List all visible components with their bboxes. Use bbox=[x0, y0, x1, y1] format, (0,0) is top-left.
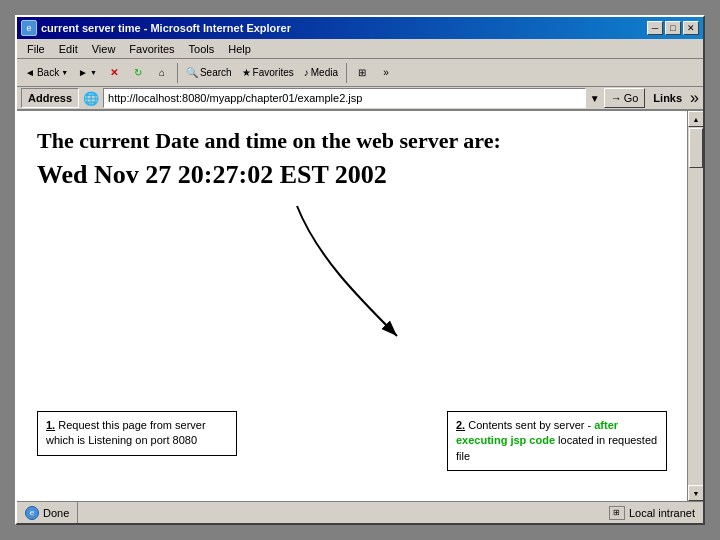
toolbar: ◄ Back ▼ ► ▼ ✕ ↻ ⌂ 🔍 Search ★ Favorites … bbox=[17, 59, 703, 87]
more-button[interactable]: » bbox=[375, 62, 397, 84]
title-buttons: ─ □ ✕ bbox=[647, 21, 699, 35]
scroll-up-button[interactable]: ▲ bbox=[688, 111, 703, 127]
menu-edit[interactable]: Edit bbox=[53, 41, 84, 57]
annotation-1-number: 1. bbox=[46, 419, 55, 431]
toolbar-separator-2 bbox=[346, 63, 347, 83]
arrow-annotation bbox=[237, 191, 437, 351]
links-more-icon: » bbox=[690, 89, 699, 107]
page-heading: The current Date and time on the web ser… bbox=[37, 127, 667, 156]
address-bar: Address 🌐 ▼ → Go Links » bbox=[17, 87, 703, 111]
annotation-1-text: Request this page from server which is L… bbox=[46, 419, 206, 446]
forward-icon: ► bbox=[78, 67, 88, 78]
favorites-button[interactable]: ★ Favorites bbox=[238, 62, 298, 84]
favorites-icon: ★ bbox=[242, 67, 251, 78]
addr-dropdown-icon[interactable]: ▼ bbox=[590, 93, 600, 104]
title-bar: e current server time - Microsoft Intern… bbox=[17, 17, 703, 39]
menu-file[interactable]: File bbox=[21, 41, 51, 57]
back-dropdown-icon: ▼ bbox=[61, 69, 68, 76]
menu-help[interactable]: Help bbox=[222, 41, 257, 57]
home-button[interactable]: ⌂ bbox=[151, 62, 173, 84]
status-browser-icon: e bbox=[25, 506, 39, 520]
page-date: Wed Nov 27 20:27:02 EST 2002 bbox=[37, 160, 667, 190]
more-icon: » bbox=[383, 67, 389, 78]
menu-bar: File Edit View Favorites Tools Help bbox=[17, 39, 703, 59]
menu-tools[interactable]: Tools bbox=[183, 41, 221, 57]
annotation-box-2: 2. Contents sent by server - after execu… bbox=[447, 411, 667, 471]
back-button[interactable]: ◄ Back ▼ bbox=[21, 62, 72, 84]
stop-icon: ✕ bbox=[110, 67, 118, 78]
status-zone-section: ⊞ Local intranet bbox=[601, 502, 703, 523]
search-icon: 🔍 bbox=[186, 67, 198, 78]
status-zone-label: Local intranet bbox=[629, 507, 695, 519]
media-icon: ♪ bbox=[304, 67, 309, 78]
close-button[interactable]: ✕ bbox=[683, 21, 699, 35]
favorites-label: Favorites bbox=[253, 67, 294, 78]
browser-icon: e bbox=[21, 20, 37, 36]
media-button[interactable]: ♪ Media bbox=[300, 62, 342, 84]
status-done-section: e Done bbox=[17, 502, 78, 523]
links-label: Links bbox=[649, 92, 686, 104]
window-title: current server time - Microsoft Internet… bbox=[41, 22, 291, 34]
refresh-icon: ↻ bbox=[134, 67, 142, 78]
media-label: Media bbox=[311, 67, 338, 78]
history-icon: ⊞ bbox=[358, 67, 366, 78]
address-input[interactable] bbox=[103, 88, 586, 108]
scrollbar-vertical[interactable]: ▲ ▼ bbox=[687, 111, 703, 501]
page-icon-small: 🌐 bbox=[83, 91, 99, 106]
annotation-2-number: 2. bbox=[456, 419, 465, 431]
annotations-container: 1. Request this page from server which i… bbox=[37, 411, 667, 471]
forward-dropdown-icon: ▼ bbox=[90, 69, 97, 76]
back-icon: ◄ bbox=[25, 67, 35, 78]
home-icon: ⌂ bbox=[159, 67, 165, 78]
search-label: Search bbox=[200, 67, 232, 78]
page-content: The current Date and time on the web ser… bbox=[17, 111, 687, 501]
scroll-thumb[interactable] bbox=[689, 128, 703, 168]
go-arrow-icon: → bbox=[611, 92, 622, 104]
annotation-box-1: 1. Request this page from server which i… bbox=[37, 411, 237, 456]
zone-icon: ⊞ bbox=[609, 506, 625, 520]
browser-window: e current server time - Microsoft Intern… bbox=[15, 15, 705, 525]
menu-view[interactable]: View bbox=[86, 41, 122, 57]
scroll-track[interactable] bbox=[688, 127, 703, 485]
maximize-button[interactable]: □ bbox=[665, 21, 681, 35]
history-button[interactable]: ⊞ bbox=[351, 62, 373, 84]
annotation-2-text: Contents sent by server - bbox=[468, 419, 594, 431]
search-button[interactable]: 🔍 Search bbox=[182, 62, 236, 84]
go-label: Go bbox=[624, 92, 639, 104]
refresh-button[interactable]: ↻ bbox=[127, 62, 149, 84]
menu-favorites[interactable]: Favorites bbox=[123, 41, 180, 57]
scroll-down-button[interactable]: ▼ bbox=[688, 485, 703, 501]
status-done-label: Done bbox=[43, 507, 69, 519]
title-bar-left: e current server time - Microsoft Intern… bbox=[21, 20, 291, 36]
back-label: Back bbox=[37, 67, 59, 78]
content-area: The current Date and time on the web ser… bbox=[17, 111, 703, 501]
toolbar-separator-1 bbox=[177, 63, 178, 83]
status-bar: e Done ⊞ Local intranet bbox=[17, 501, 703, 523]
minimize-button[interactable]: ─ bbox=[647, 21, 663, 35]
go-button[interactable]: → Go bbox=[604, 88, 646, 108]
forward-button[interactable]: ► ▼ bbox=[74, 62, 101, 84]
stop-button[interactable]: ✕ bbox=[103, 62, 125, 84]
address-label: Address bbox=[21, 88, 79, 108]
